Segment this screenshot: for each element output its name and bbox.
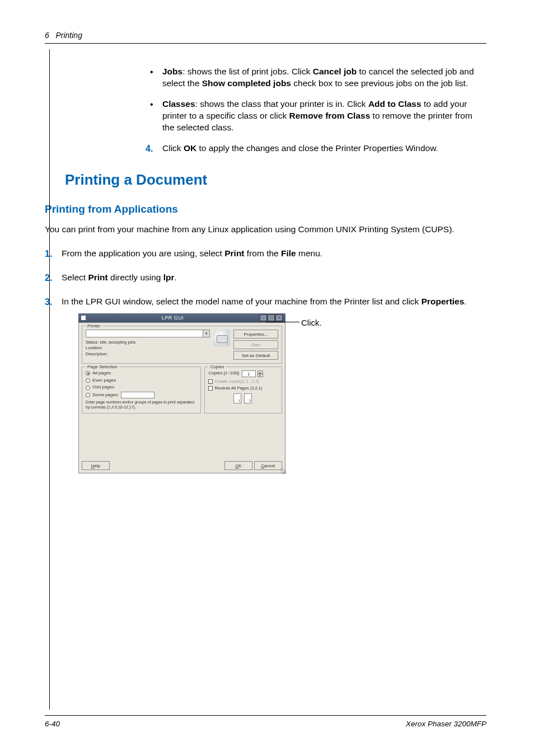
lpr-gui-window: Click. LPR GUI – □ × — [78, 313, 285, 473]
bullet-classes-label: Classes — [162, 99, 195, 109]
steps-list: 1. From the application you are using, s… — [45, 248, 486, 473]
step-3: 3. In the LPR GUI window, select the mod… — [45, 296, 486, 473]
footer-page: 6-40 — [45, 720, 60, 728]
radio-even-pages[interactable]: Even pages — [86, 378, 197, 384]
page-icon — [233, 393, 241, 403]
window-title: LPR GUI — [86, 314, 260, 321]
window-titlebar[interactable]: LPR GUI – □ × — [78, 313, 285, 322]
intro-text: You can print from your machine from any… — [45, 224, 486, 236]
minimize-button[interactable]: – — [260, 314, 267, 321]
page-footer: 6-40 Xerox Phaser 3200MFP — [45, 715, 486, 728]
callout-line — [266, 322, 299, 322]
window-body: Printer ▾ Status: idle, accepting jobs L… — [78, 322, 285, 473]
step-2: 2. Select Print directly using lpr. — [45, 272, 486, 284]
resize-handle-icon[interactable] — [280, 468, 286, 474]
copies-legend: Copies — [208, 364, 226, 370]
footer-product: Xerox Phaser 3200MFP — [406, 720, 486, 728]
spin-down-icon[interactable]: ▾ — [257, 374, 263, 377]
header-page-num: 6 — [45, 31, 49, 40]
ok-button[interactable]: OK — [224, 461, 252, 470]
printer-dropdown[interactable]: ▾ — [86, 330, 210, 337]
page-header: 6 Printing — [45, 31, 486, 44]
radio-icon[interactable] — [86, 371, 90, 375]
header-chapter: Printing — [55, 31, 82, 40]
page-range-hint: Enter page numbers and/or groups of page… — [86, 400, 197, 410]
page-selection-legend: Page Selection — [86, 364, 119, 370]
step-1: 1. From the application you are using, s… — [45, 248, 486, 260]
bullet-classes: Classes: shows the class that your print… — [146, 98, 486, 134]
copies-row: Copies [1~100]: 1 ▴▾ — [208, 370, 278, 377]
radio-some-pages[interactable]: Some pages: — [86, 392, 197, 398]
heading-printing-document: Printing a Document — [65, 171, 486, 189]
printer-info: Status: idle, accepting jobs Location: D… — [86, 340, 210, 358]
reverse-checkbox-row[interactable]: Reverse All Pages (3,2,1) — [208, 386, 278, 391]
heading-printing-applications: Printing from Applications — [45, 202, 486, 217]
printer-icon — [213, 330, 230, 346]
feature-bullet-list: Jobs: shows the list of print jobs. Clic… — [146, 66, 486, 134]
step-4: 4. Click OK to apply the changes and clo… — [146, 143, 486, 154]
properties-button[interactable]: Properties... — [233, 330, 278, 339]
bullet-jobs-label: Jobs — [162, 67, 182, 76]
close-button[interactable]: × — [275, 314, 283, 321]
step-4-number: 4. — [146, 143, 153, 155]
checkbox-icon[interactable] — [208, 379, 213, 384]
cancel-button[interactable]: Cancel — [254, 461, 282, 470]
radio-all-pages[interactable]: All pages — [86, 370, 197, 377]
collate-checkbox-row[interactable]: Collate copies(1,1...2,2) — [208, 379, 278, 384]
some-pages-input[interactable] — [121, 392, 154, 398]
page-icon — [244, 393, 252, 403]
set-default-button[interactable]: Set as Default — [233, 351, 278, 360]
printer-fieldset: Printer ▾ Status: idle, accepting jobs L… — [82, 326, 282, 364]
step-4-list: 4. Click OK to apply the changes and clo… — [146, 143, 486, 154]
radio-icon[interactable] — [86, 386, 90, 390]
help-button[interactable]: Help — [82, 461, 110, 470]
radio-icon[interactable] — [86, 378, 90, 383]
checkbox-icon[interactable] — [208, 386, 213, 391]
printer-legend: Printer — [86, 323, 102, 330]
copies-input[interactable]: 1 — [242, 370, 256, 377]
maximize-button[interactable]: □ — [268, 314, 275, 321]
dropdown-arrow-icon[interactable]: ▾ — [203, 330, 209, 337]
radio-icon[interactable] — [86, 393, 90, 397]
radio-odd-pages[interactable]: Odd pages — [86, 384, 197, 391]
callout-text: Click. — [301, 317, 322, 328]
page-order-icons — [208, 393, 278, 403]
window-icon — [81, 316, 86, 320]
page-selection-fieldset: Page Selection All pages Even pages Odd … — [82, 367, 201, 414]
start-button[interactable]: Start — [233, 340, 278, 349]
bullet-jobs: Jobs: shows the list of print jobs. Clic… — [146, 66, 486, 90]
copies-fieldset: Copies Copies [1~100]: 1 ▴▾ Collate copi… — [204, 367, 282, 414]
